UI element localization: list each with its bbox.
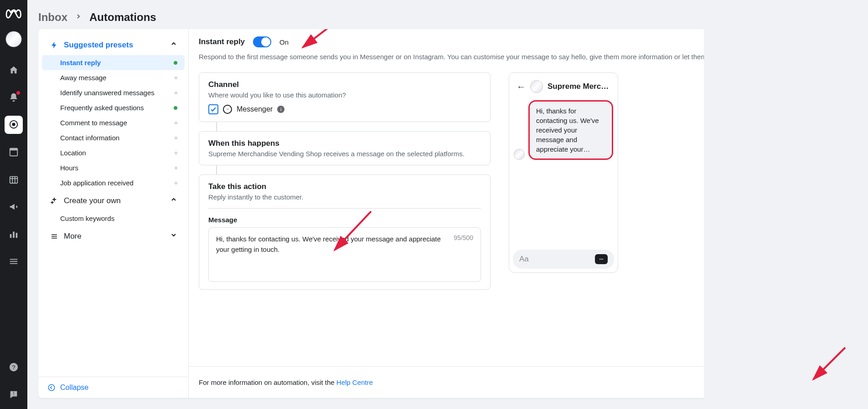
svg-text:!: ! — [13, 391, 14, 396]
report-icon[interactable]: ! — [5, 385, 23, 404]
svg-rect-8 — [10, 234, 12, 238]
collapse-sidebar[interactable]: Collapse — [38, 377, 188, 398]
svg-rect-9 — [13, 232, 15, 238]
create-your-own-header[interactable]: Create your own — [42, 190, 185, 211]
inbox-icon[interactable] — [5, 116, 23, 134]
when-title: When this happens — [208, 139, 481, 148]
chevron-right-icon — [75, 13, 82, 22]
svg-point-1 — [12, 123, 15, 126]
breadcrumb-parent[interactable]: Inbox — [38, 11, 67, 24]
bolt-icon — [49, 41, 59, 49]
channel-messenger-label: Messenger — [237, 105, 273, 113]
preset-job-application[interactable]: Job application received — [42, 175, 185, 190]
preset-faq[interactable]: Frequently asked questions — [42, 100, 185, 115]
preview-message-bubble: Hi, thanks for contacting us. We've rece… — [528, 100, 613, 160]
message-input[interactable]: Hi, thanks for contacting us. We've rece… — [208, 227, 481, 282]
channel-desc: Where would you like to use this automat… — [208, 91, 481, 99]
message-label: Message — [208, 216, 481, 224]
preset-comment-to-message[interactable]: Comment to message — [42, 115, 185, 130]
sparkle-icon — [49, 197, 59, 205]
preset-unanswered[interactable]: Identify unanswered messages — [42, 85, 185, 100]
svg-rect-11 — [10, 259, 18, 260]
collapse-icon — [47, 383, 56, 392]
breadcrumb-current: Automations — [89, 11, 156, 24]
when-desc: Supreme Merchandise Vending Shop receive… — [208, 150, 481, 158]
profile-avatar[interactable] — [5, 31, 22, 47]
svg-text:?: ? — [12, 364, 15, 371]
list-icon — [49, 232, 59, 240]
posts-icon[interactable] — [5, 143, 23, 161]
info-icon[interactable]: i — [277, 106, 284, 113]
channel-title: Channel — [208, 80, 481, 89]
meta-logo[interactable] — [5, 5, 22, 22]
instant-reply-toggle[interactable] — [253, 36, 271, 47]
create-custom-keywords[interactable]: Custom keywords — [42, 211, 185, 226]
preview-back-icon[interactable]: ← — [517, 82, 526, 92]
messenger-checkbox[interactable] — [208, 104, 218, 114]
notifications-icon[interactable] — [5, 88, 23, 107]
chevron-down-icon — [170, 231, 177, 241]
svg-point-22 — [601, 259, 602, 260]
svg-point-20 — [48, 384, 55, 391]
preview-avatar — [530, 80, 543, 93]
action-title: Take this action — [208, 182, 481, 191]
preview-send-icon — [595, 254, 608, 264]
preview-card: ← Supreme Merc… Hi, thanks for contactin… — [509, 72, 618, 273]
chevron-up-icon — [170, 40, 177, 50]
calendar-icon[interactable] — [5, 170, 23, 189]
footer-text: For more information on automation, visi… — [199, 378, 745, 386]
preview-placeholder: Aa — [519, 255, 595, 264]
svg-rect-13 — [10, 263, 18, 264]
preview-page-name: Supreme Merc… — [548, 82, 610, 91]
svg-line-26 — [813, 348, 845, 379]
channel-card: Channel Where would you like to use this… — [199, 72, 491, 122]
more-header[interactable]: More — [42, 226, 185, 246]
messenger-icon — [223, 105, 232, 114]
page-title: Instant reply — [199, 37, 245, 46]
suggested-presets-header[interactable]: Suggested presets — [42, 35, 185, 55]
svg-point-21 — [599, 259, 600, 260]
svg-rect-3 — [10, 148, 18, 151]
menu-icon[interactable] — [5, 252, 23, 271]
preset-hours[interactable]: Hours — [42, 160, 185, 175]
svg-point-23 — [602, 259, 603, 260]
preset-away-message[interactable]: Away message — [42, 70, 185, 85]
preview-msg-avatar — [514, 149, 525, 160]
preset-instant-reply[interactable]: Instant reply — [42, 55, 185, 70]
svg-rect-4 — [10, 177, 18, 184]
svg-rect-10 — [16, 233, 18, 238]
page-background — [704, 0, 868, 409]
when-card: When this happens Supreme Merchandise Ve… — [199, 131, 491, 165]
presets-sidebar: Suggested presets Instant reply Away mes… — [38, 29, 189, 398]
preset-location[interactable]: Location — [42, 145, 185, 160]
left-rail: ? ! — [0, 0, 27, 409]
toggle-state-label: On — [279, 38, 289, 46]
home-icon[interactable] — [5, 61, 23, 79]
annotation-arrow — [795, 345, 850, 391]
ads-icon[interactable] — [5, 198, 23, 216]
preview-input: Aa — [513, 250, 614, 269]
svg-rect-12 — [10, 261, 18, 262]
insights-icon[interactable] — [5, 225, 23, 243]
help-centre-link[interactable]: Help Centre — [336, 378, 373, 386]
preset-contact-info[interactable]: Contact information — [42, 130, 185, 145]
chevron-up-icon — [170, 196, 177, 205]
char-count: 95/500 — [454, 234, 473, 241]
action-desc: Reply instantly to the customer. — [208, 193, 481, 201]
action-card: Take this action Reply instantly to the … — [199, 174, 491, 290]
help-icon[interactable]: ? — [5, 358, 23, 376]
